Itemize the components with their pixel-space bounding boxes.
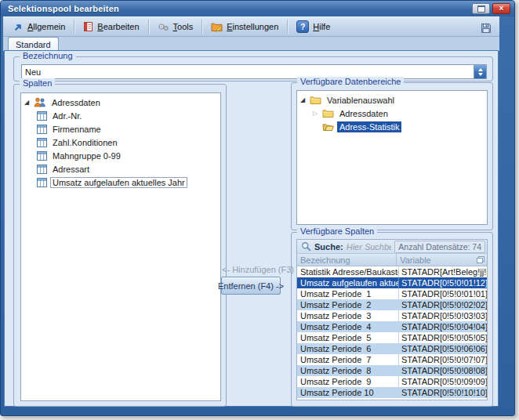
table-row[interactable]: Umsatz Periode 10STATADR[0!5!0!10!10] [297,387,487,398]
tree-item-label: Firmenname [50,124,103,135]
hinzufuegen-button[interactable]: <- Hinzufügen (F3) [222,264,283,276]
cell-bezeichnung: Statistik Adresse/Baukasten [297,266,398,277]
tree-item-label: Adress-Statistik [337,121,401,132]
folder-icon [322,109,334,118]
tab-strip: Standard [3,37,499,51]
tree-item-label: Adr.-Nr. [50,110,84,121]
cell-bezeichnung: Umsatz Periode 10 [297,387,398,398]
entfernen-button[interactable]: Entfernen (F4) -> [221,277,281,295]
tab-standard[interactable]: Standard [8,37,59,51]
spalten-tree-item[interactable]: Mahngruppe 0-99 [23,149,220,162]
table-column-icon [37,138,47,147]
search-icon [301,241,311,252]
combo-spinner-button[interactable] [474,65,486,78]
help-icon: ? [296,20,309,33]
bezeichnung-value: Neu [22,67,474,77]
allgemein-arrow-icon [13,22,24,32]
search-input[interactable] [347,242,392,252]
table-row[interactable]: Umsatz Periode 9STATADR[0!5!0!09!09] [297,376,487,387]
spalten-groupbox: Spalten ◢ Adressdaten Adr.-Nr.Firmenname… [13,84,227,407]
table-row[interactable]: Statistik Adresse/BaukastenSTATADR[Art!B… [297,266,487,277]
toolbar-button-bearbeiten[interactable]: Bearbeiten [77,19,145,34]
spalten-tree-item[interactable]: Firmenname [23,122,220,136]
cell-bezeichnung: Umsatz Periode 7 [297,354,398,365]
expander-expanded-icon[interactable]: ◢ [23,99,31,107]
cell-variable: STATADR[0!5!0!09!09] [398,376,487,387]
cell-bezeichnung: Umsatz Periode 1 [297,288,398,299]
datenbereiche-tree-item[interactable]: Adress-Statistik [299,120,487,133]
datenbereiche-treebox[interactable]: ◢ Variablenauswahl ▷AdressdatenAdress-St… [296,90,488,225]
spalten-tree-item[interactable]: Adr.-Nr. [23,109,220,122]
bezeichnung-legend: Bezeichnung [20,51,76,60]
cell-bezeichnung: Umsatz Periode 4 [297,321,398,332]
table-row[interactable]: Umsatz Periode 1STATADR[0!5!0!01!01] [297,288,487,299]
table-header: Bezeichnung Variable [297,254,487,266]
record-count-badge: Anzahl Datensätze: 74 [394,241,485,253]
spinner-up-icon [478,68,483,71]
cell-variable: STATADR[0!5!0!03!03] [398,310,487,321]
table-row[interactable]: Umsatz aufgelaufen aktuelles JahrSTATADR… [297,277,487,288]
tree-item-label: Adressart [50,164,92,175]
table-row[interactable]: Umsatz Periode 6STATADR[0!5!0!06!06] [297,343,487,354]
table-row[interactable]: Umsatz Periode 5STATADR[0!5!0!05!05] [297,332,487,343]
datenbereiche-tree-item[interactable]: ▷Adressdaten [299,107,487,120]
title-bar: Selektionspool bearbeiten × [1,1,514,16]
spalten-tree-item[interactable]: Zahl.Konditionen [23,136,220,149]
window-controls: × [472,3,510,14]
restore-icon [477,5,485,13]
cell-bezeichnung: Umsatz Periode 9 [297,376,398,387]
column-header-bezeichnung[interactable]: Bezeichnung [297,254,396,266]
cell-variable: STATADR[0!5!0!01!12] [398,277,487,288]
bezeichnung-combobox[interactable]: Neu [21,64,487,79]
cell-bezeichnung: Umsatz Periode 3 [297,310,398,321]
verfuegbare-spalten-panel: Suche: Anzahl Datensätze: 74 Bezeichnung… [296,239,488,400]
search-label: Suche: [314,242,343,252]
table-row[interactable]: Umsatz Periode 3STATADR[0!5!0!03!03] [297,310,487,321]
toolbar-separator [201,20,202,34]
cell-variable: STATADR[0!5!0!01!01] [398,288,487,299]
toolbar-button-tools[interactable]: Tools [151,20,200,34]
tree-item-label: Umsatz aufgelaufen aktuelles Jahr [50,177,187,188]
einstellungen-folder-pencil-icon [211,22,223,32]
tree-item-adressdaten-root[interactable]: ◢ Adressdaten [23,96,220,109]
cell-variable: STATADR[0!5!0!02!02] [398,299,487,310]
save-button[interactable] [479,21,493,34]
tab-standard-label: Standard [16,40,51,49]
toolbar-button-hilfe[interactable]: ? Hilfe [290,18,336,35]
cell-variable: STATADR[Art!Beleg!jj!mm!m [398,266,487,277]
close-button[interactable]: × [492,3,510,14]
tree-item-label: Mahngruppe 0-99 [50,150,123,161]
spalten-listbox[interactable]: ◢ Adressdaten Adr.-Nr.FirmennameZahl.Kon… [20,92,221,401]
datenbereiche-groupbox: Verfügbare Datenbereiche ◢ Variablenausw… [291,82,493,230]
toolbar: Allgemein Bearbeiten Tools Einstellungen… [3,16,499,37]
table-column-icon [37,125,47,134]
column-header-variable[interactable]: Variable [396,254,473,266]
restore-button[interactable] [472,3,490,14]
toolbar-label-allgemein: Allgemein [27,22,65,31]
verfuegbare-spalten-groupbox: Verfügbare Spalten Suche: Anzahl Datensä… [291,232,493,407]
tree-item-label: Adressdaten [337,108,390,119]
bearbeiten-edit-icon [83,21,93,32]
table-row[interactable]: Umsatz Periode 2STATADR[0!5!0!02!02] [297,299,487,310]
save-floppy-icon [481,23,492,34]
table-row[interactable]: Umsatz Periode 4STATADR[0!5!0!04!04] [297,321,487,332]
spalten-tree-item[interactable]: Umsatz aufgelaufen aktuelles Jahr [23,176,220,189]
toolbar-button-allgemein[interactable]: Allgemein [7,20,71,34]
column-picker-button[interactable] [473,254,487,266]
tools-gears-icon [158,22,169,32]
expander-expanded-icon[interactable]: ◢ [299,96,307,104]
tree-item-label: Adressdaten [49,97,103,108]
bezeichnung-groupbox: Bezeichnung Neu [13,56,493,81]
table-column-icon [37,178,47,187]
tree-item-variablenauswahl[interactable]: ◢ Variablenauswahl [299,93,487,107]
cell-bezeichnung: Umsatz Periode 6 [297,343,398,354]
search-bar: Suche: Anzahl Datensätze: 74 [297,240,487,254]
table-row[interactable]: Umsatz Periode 7STATADR[0!5!0!07!07] [297,354,487,365]
close-icon: × [499,5,504,13]
cell-bezeichnung: Umsatz Periode 8 [297,365,398,376]
expander-collapsed-icon[interactable]: ▷ [311,110,319,118]
toolbar-button-einstellungen[interactable]: Einstellungen [205,20,285,34]
table-row[interactable]: Umsatz Periode 8STATADR[0!5!0!08!08] [297,365,487,376]
spalten-tree-item[interactable]: Adressart [23,162,220,176]
cell-bezeichnung: Umsatz aufgelaufen aktuelles Jahr [297,277,398,288]
